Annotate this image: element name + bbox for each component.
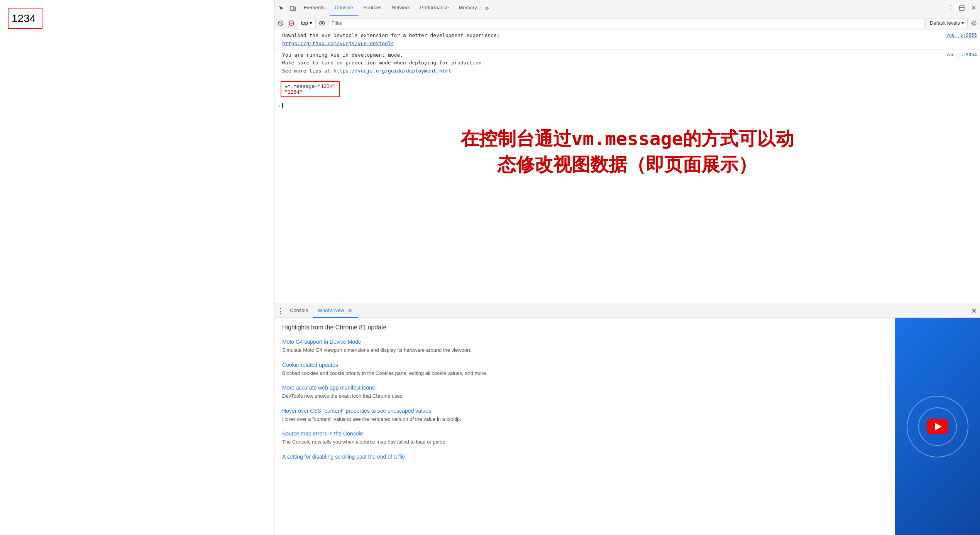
wn-item-title-2[interactable]: More accurate web app manifest icons — [282, 385, 887, 391]
prompt-cursor — [282, 103, 283, 108]
vm-message-container: vm.message="1234" "1234" — [274, 77, 980, 101]
tab-console[interactable]: Console — [330, 0, 358, 16]
wn-item-desc-3: Hover over a "content" value to see the … — [282, 415, 887, 423]
wn-item-desc-2: DevTools now shows the exact icon that C… — [282, 392, 887, 400]
vue-devtools-link[interactable]: https://github.com/vuejs/vue-devtools — [282, 41, 394, 46]
console-toolbar: top ▾ Default levels ▾ — [274, 16, 980, 30]
annotation-area: 在控制台通过vm.message的方式可以动态修改视图数据（即页面展示） — [274, 110, 980, 193]
play-triangle-icon — [935, 423, 942, 430]
log-level-selector[interactable]: Default levels ▾ — [926, 18, 968, 28]
tab-memory[interactable]: Memory — [454, 0, 482, 16]
svg-line-5 — [279, 22, 282, 24]
close-panel-icon[interactable]: ✕ — [969, 306, 978, 316]
whats-new-tab[interactable]: What's New ✕ — [313, 304, 358, 318]
wn-item-title-3[interactable]: Hover over CSS "content" properties to s… — [282, 408, 887, 414]
whats-new-main-content: Highlights from the Chrome 81 update Mot… — [274, 318, 895, 535]
whats-new-panel: ⋮ Console What's New ✕ ✕ Highlights from… — [274, 304, 980, 535]
console-output-area: vue.js:9055 Download the Vue Devtools ex… — [274, 30, 980, 304]
selector-arrow: ▾ — [310, 20, 312, 26]
vm-message-line1: vm.message="1234" — [284, 83, 336, 89]
levels-arrow: ▾ — [961, 20, 964, 26]
devtools-panel: Elements Console Sources Network Perform… — [274, 0, 980, 535]
dock-button[interactable] — [957, 3, 967, 13]
top-frame-selector[interactable]: top ▾ — [298, 18, 316, 28]
wn-item-title-4[interactable]: Source map errors in the Console — [282, 430, 887, 437]
wn-item-desc-4: The Console now tells you when a source … — [282, 438, 887, 446]
vm-message-line2: "1234" — [284, 89, 336, 95]
stop-network-icon[interactable] — [287, 19, 296, 28]
source-link-1[interactable]: vue.js:9055 — [946, 32, 977, 39]
whats-new-content-area: Highlights from the Chrome 81 update Mot… — [274, 318, 980, 535]
annotation-text: 在控制台通过vm.message的方式可以动态修改视图数据（即页面展示） — [282, 126, 972, 177]
source-link-2[interactable]: vue.js:9064 — [946, 51, 977, 59]
close-devtools-button[interactable]: ✕ — [968, 3, 978, 13]
wn-item-2: More accurate web app manifest icons Dev… — [282, 385, 887, 400]
video-play-button[interactable] — [927, 419, 948, 434]
tab-network[interactable]: Network — [387, 0, 415, 16]
console-message-vue-devtools: vue.js:9055 Download the Vue Devtools ex… — [274, 30, 980, 50]
console-filter-input[interactable] — [328, 18, 925, 28]
svg-rect-1 — [294, 7, 296, 10]
whats-new-menu-icon[interactable]: ⋮ — [276, 306, 285, 316]
clear-console-icon[interactable] — [276, 19, 285, 28]
main-input[interactable]: 1234 — [8, 8, 42, 29]
whats-new-console-tab[interactable]: Console — [285, 304, 313, 318]
deployment-link[interactable]: https://vuejs.org/guide/deployment.html — [333, 68, 451, 74]
tab-elements[interactable]: Elements — [299, 0, 329, 16]
more-options-button[interactable]: ⋮ — [945, 3, 955, 13]
svg-point-9 — [321, 22, 323, 24]
whats-new-close-icon[interactable]: ✕ — [347, 307, 354, 314]
whats-new-video-thumbnail[interactable] — [895, 318, 980, 535]
svg-rect-2 — [960, 6, 964, 10]
wn-item-title-5[interactable]: A setting for disabling scrolling past t… — [282, 454, 887, 460]
prompt-arrow-icon: › — [278, 103, 281, 109]
page-area: 1234 — [0, 0, 274, 535]
console-settings-icon[interactable] — [969, 19, 978, 28]
tab-sources[interactable]: Sources — [359, 0, 386, 16]
svg-rect-0 — [290, 6, 294, 10]
svg-point-10 — [973, 22, 975, 24]
wn-item-1: Cookie-related updates Blocked cookies a… — [282, 362, 887, 377]
wn-item-3: Hover over CSS "content" properties to s… — [282, 408, 887, 423]
device-toggle-icon[interactable] — [288, 3, 298, 14]
wn-item-title-0[interactable]: Moto G4 support in Device Mode — [282, 339, 887, 345]
wn-item-4: Source map errors in the Console The Con… — [282, 430, 887, 446]
vm-message-block: vm.message="1234" "1234" — [281, 81, 340, 97]
wn-item-desc-0: Simulate Moto G4 viewport dimensions and… — [282, 346, 887, 354]
wn-item-5: A setting for disabling scrolling past t… — [282, 454, 887, 460]
wn-item-0: Moto G4 support in Device Mode Simulate … — [282, 339, 887, 354]
wn-item-title-1[interactable]: Cookie-related updates — [282, 362, 887, 368]
whats-new-tabs-bar: ⋮ Console What's New ✕ ✕ — [274, 304, 980, 318]
wn-item-desc-1: Blocked cookies and cookie priority in t… — [282, 370, 887, 377]
console-prompt-line[interactable]: › — [274, 101, 980, 110]
tab-performance[interactable]: Performance — [415, 0, 453, 16]
whats-new-header: Highlights from the Chrome 81 update — [282, 324, 887, 331]
more-tabs-button[interactable]: » — [482, 3, 492, 14]
video-thumbnail-area — [895, 318, 980, 535]
live-expressions-button[interactable] — [317, 19, 327, 28]
devtools-tabs-toolbar: Elements Console Sources Network Perform… — [274, 0, 980, 16]
inspect-element-icon[interactable] — [276, 3, 287, 14]
console-message-dev-mode: vue.js:9064 You are running Vue in devel… — [274, 50, 980, 77]
